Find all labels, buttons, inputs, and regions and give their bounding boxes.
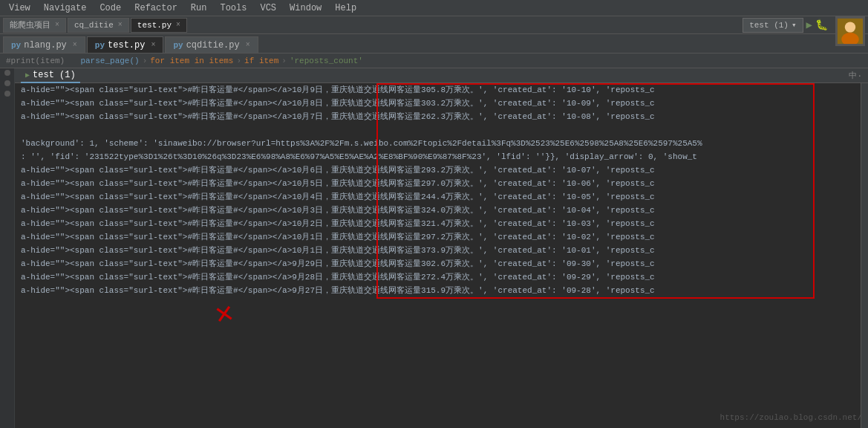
run-tab-bar: ▶ test (1) 中· — [15, 68, 868, 83]
proj-tab-cqditie-close[interactable]: × — [118, 21, 123, 29]
output-lines: a-hide=""><span class="surl-text">#昨日客运量… — [18, 83, 861, 297]
run-button[interactable]: ▶ — [806, 19, 812, 31]
breadcrumb-comment: #print(item) — [6, 56, 65, 65]
breadcrumb-arrow3: › — [281, 56, 287, 65]
proj-tab-test-label: test.py — [137, 21, 172, 30]
file-tab-test-label: test.py — [108, 40, 145, 51]
output-line-5: : '', 'fid': '231522type%3D1%26t%3D10%26… — [18, 150, 861, 163]
breadcrumb-func[interactable]: parse_page() — [80, 56, 139, 65]
run-tab-icon: ▶ — [25, 71, 30, 80]
py-icon-test: py — [95, 41, 105, 50]
file-tab-nlang[interactable]: py nlang.py × — [3, 36, 85, 53]
file-tab-test[interactable]: py test.py × — [87, 36, 164, 53]
run-tab-label: test (1) — [33, 70, 76, 80]
sidebar-icon-2[interactable] — [4, 80, 10, 86]
output-line-8: a-hide=""><span class="surl-text">#昨日客运量… — [18, 190, 861, 204]
proj-tab-test-close[interactable]: × — [176, 21, 180, 29]
proj-tab-crawler-close[interactable]: × — [55, 21, 59, 29]
menu-refactor[interactable]: Refactor — [128, 1, 183, 15]
menu-window[interactable]: Window — [284, 1, 327, 15]
proj-tab-crawler[interactable]: 能爬虫项目 × — [3, 18, 66, 33]
output-line-2: a-hide=""><span class="surl-text">#昨日客运量… — [18, 110, 861, 123]
file-tab-cqditie-label: cqditie.py — [186, 40, 240, 51]
breadcrumb-sep1 — [68, 56, 77, 65]
menu-vcs[interactable]: VCS — [254, 1, 282, 15]
file-tab-test-close[interactable]: × — [151, 41, 155, 49]
file-tab-nlang-label: nlang.py — [24, 40, 67, 51]
output-line-4: 'background': 1, 'scheme': 'sinaweibo://… — [18, 137, 861, 150]
editor-container: ▶ test (1) 中· a-hide=""><span class="sur… — [0, 68, 868, 428]
output-line-0: a-hide=""><span class="surl-text">#昨日客运量… — [18, 83, 861, 97]
file-tab-cqditie[interactable]: py cqditie.py × — [165, 36, 258, 53]
output-line-7: a-hide=""><span class="surl-text">#昨日客运量… — [18, 177, 861, 190]
project-tabs: 能爬虫项目 × cq_ditie × test.py × test (1) ▾ … — [0, 16, 868, 34]
watermark: https://zoulao.blog.csdn.net/ — [720, 413, 862, 422]
output-line-6: a-hide=""><span class="surl-text">#昨日客运量… — [18, 163, 861, 177]
editor-pane: ▶ test (1) 中· a-hide=""><span class="sur… — [15, 68, 868, 428]
menu-help[interactable]: Help — [329, 1, 362, 15]
red-x-annotation: ✕ — [212, 294, 236, 332]
proj-tab-cqditie[interactable]: cq_ditie × — [68, 18, 129, 33]
output-line-10: a-hide=""><span class="surl-text">#昨日客运量… — [18, 217, 861, 230]
lang-label: 中· — [849, 70, 862, 81]
output-line-12: a-hide=""><span class="surl-text">#昨日客运量… — [18, 244, 861, 257]
py-icon-cqditie: py — [173, 41, 183, 50]
output-line-11: a-hide=""><span class="surl-text">#昨日客运量… — [18, 230, 861, 244]
breadcrumb-if[interactable]: if item — [244, 56, 278, 65]
output-line-9: a-hide=""><span class="surl-text">#昨日客运量… — [18, 204, 861, 217]
output-line-13: a-hide=""><span class="surl-text">#昨日客运量… — [18, 257, 861, 270]
file-tabs: py nlang.py × py test.py × py cqditie.py… — [0, 34, 868, 54]
output-line-15: a-hide=""><span class="surl-text">#昨日客运量… — [18, 284, 861, 297]
left-sidebar — [0, 68, 15, 428]
file-tab-nlang-close[interactable]: × — [73, 41, 77, 49]
lang-area: 中· — [849, 70, 862, 81]
proj-tab-test[interactable]: test.py × — [131, 18, 187, 33]
breadcrumb-arrow2: › — [236, 56, 241, 65]
output-line-14: a-hide=""><span class="surl-text">#昨日客运量… — [18, 270, 861, 284]
run-config-box[interactable]: test (1) ▾ — [743, 18, 803, 33]
scrollbar[interactable] — [861, 83, 868, 428]
breadcrumb-for[interactable]: for item in items — [150, 56, 233, 65]
output-line-1: a-hide=""><span class="surl-text">#昨日客运量… — [18, 97, 861, 110]
sidebar-icon-3[interactable] — [4, 91, 10, 97]
output-content: a-hide=""><span class="surl-text">#昨日客运量… — [15, 83, 861, 428]
menu-tools[interactable]: Tools — [214, 1, 252, 15]
proj-tab-crawler-label: 能爬虫项目 — [10, 19, 50, 30]
breadcrumb-key[interactable]: 'reposts_count' — [290, 56, 363, 65]
menu-bar: View Navigate Code Refactor Run Tools VC… — [0, 0, 868, 16]
menu-navigate[interactable]: Navigate — [38, 1, 93, 15]
menu-run[interactable]: Run — [185, 1, 213, 15]
sidebar-icon-1[interactable] — [4, 70, 10, 76]
run-tab-test1[interactable]: ▶ test (1) — [21, 68, 80, 83]
debug-button[interactable]: 🐛 — [815, 19, 828, 31]
file-tab-cqditie-close[interactable]: × — [246, 41, 250, 49]
run-config-label: test (1) — [749, 21, 789, 30]
breadcrumb: #print(item) parse_page() › for item in … — [0, 54, 868, 68]
menu-view[interactable]: View — [3, 1, 36, 15]
proj-tab-cqditie-label: cq_ditie — [74, 21, 114, 30]
output-line-3 — [18, 123, 861, 137]
svg-point-1 — [845, 22, 855, 32]
avatar — [835, 16, 865, 46]
menu-code[interactable]: Code — [94, 1, 127, 15]
run-config-chevron: ▾ — [792, 20, 797, 30]
breadcrumb-arrow1: › — [143, 56, 148, 65]
py-icon-nlang: py — [11, 41, 21, 50]
